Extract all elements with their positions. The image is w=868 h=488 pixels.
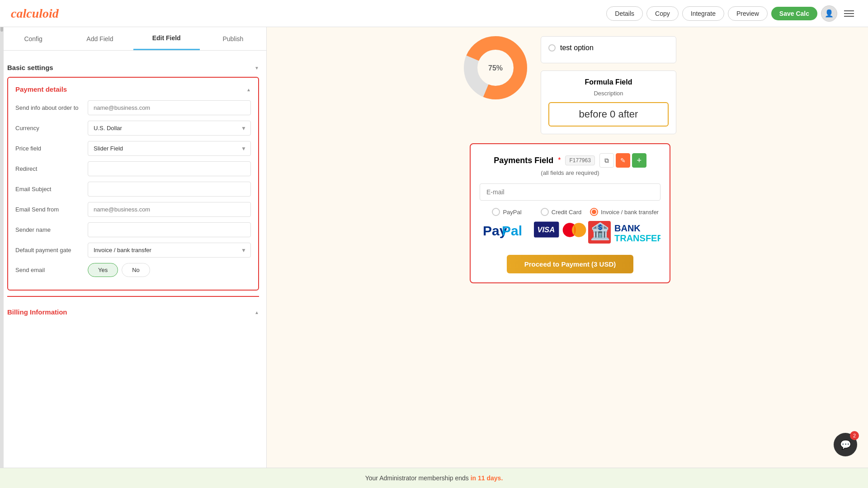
options-panel: test option	[541, 36, 676, 63]
redirect-label: Redirect	[15, 165, 88, 172]
chat-badge: 2	[850, 431, 859, 440]
visa-mastercard-logo: VISA	[534, 219, 588, 241]
currency-row: Currency U.S. Dollar ▼	[15, 121, 251, 136]
bank-transfer-logo: 🏦 BANK TRANSFER	[588, 219, 660, 246]
top-area: 75% test option Formula Field	[464, 36, 676, 134]
payments-email-input[interactable]	[480, 183, 660, 201]
formula-field-description: Description	[548, 90, 669, 97]
credit-card-label: Credit Card	[552, 209, 581, 216]
svg-text:BANK: BANK	[614, 223, 641, 233]
currency-select[interactable]: U.S. Dollar	[88, 121, 251, 136]
payments-card-header: Payments Field * F177963 ⧉ ✎ +	[480, 153, 660, 168]
sender-name-row: Sender name test	[15, 222, 251, 237]
main-layout: Config Add Field Edit Field Publish Basi…	[0, 27, 868, 488]
email-send-from-input[interactable]	[88, 202, 251, 217]
test-option-label: test option	[560, 44, 594, 52]
right-panel: 75% test option Formula Field	[267, 27, 868, 488]
price-field-row: Price field Slider Field ▼	[15, 141, 251, 156]
currency-label: Currency	[15, 125, 88, 131]
paypal-radio[interactable]	[492, 208, 500, 216]
email-send-from-row: Email Send from	[15, 202, 251, 217]
svg-text:TRANSFER: TRANSFER	[614, 233, 660, 243]
default-payment-label: Default payment gate	[15, 247, 88, 253]
payment-details-header[interactable]: Payment details	[15, 85, 251, 93]
credit-card-radio-row[interactable]: Credit Card	[541, 208, 581, 216]
billing-section: Billing Information	[7, 296, 259, 321]
required-star: *	[558, 156, 561, 164]
preview-button[interactable]: Preview	[728, 6, 768, 21]
all-required-text: (all fields are required)	[480, 169, 660, 176]
send-email-label: Send email	[15, 267, 88, 273]
payments-field-card: Payments Field * F177963 ⧉ ✎ + (all fiel…	[470, 143, 670, 283]
formula-field-title: Formula Field	[548, 78, 669, 86]
basic-settings-header[interactable]: Basic settings	[7, 58, 259, 77]
top-nav: calculoid Details Copy Integrate Preview…	[0, 0, 868, 27]
left-content: Basic settings Payment details Send info…	[0, 51, 266, 488]
basic-settings-title: Basic settings	[7, 64, 53, 71]
send-info-input[interactable]	[88, 100, 251, 115]
tab-bar: Config Add Field Edit Field Publish	[0, 27, 266, 51]
yes-button[interactable]: Yes	[88, 263, 118, 277]
price-field-select[interactable]: Slider Field	[88, 141, 251, 156]
currency-select-wrapper: U.S. Dollar ▼	[88, 121, 251, 136]
svg-text:VISA: VISA	[537, 225, 555, 234]
bank-transfer-radio-fill	[592, 210, 596, 214]
tab-add-field[interactable]: Add Field	[66, 27, 133, 50]
credit-card-radio[interactable]	[541, 208, 549, 216]
tab-edit-field[interactable]: Edit Field	[133, 27, 200, 50]
email-subject-input[interactable]: Payment	[88, 182, 251, 197]
scrollbar[interactable]	[0, 0, 4, 488]
price-field-select-wrapper: Slider Field ▼	[88, 141, 251, 156]
test-option-radio[interactable]	[548, 44, 556, 52]
redirect-input[interactable]: http://app-dev2.calculoid.com/#/calculat…	[88, 161, 251, 176]
payment-details-card: Payment details Send info about order to…	[7, 77, 259, 291]
chat-icon: 💬	[840, 439, 851, 450]
add-field-button[interactable]: +	[632, 153, 646, 168]
svg-point-7	[572, 223, 586, 237]
yes-no-group: Yes No	[88, 263, 150, 277]
default-payment-row: Default payment gate Invoice / bank tran…	[15, 243, 251, 258]
edit-field-button[interactable]: ✎	[616, 153, 630, 168]
copy-button[interactable]: Copy	[646, 6, 679, 21]
details-button[interactable]: Details	[606, 6, 643, 21]
formula-section: Formula Field Description before 0 after	[541, 70, 676, 134]
copy-field-button[interactable]: ⧉	[599, 153, 614, 168]
price-field-label: Price field	[15, 145, 88, 152]
left-panel: Config Add Field Edit Field Publish Basi…	[0, 27, 267, 488]
send-info-row: Send info about order to	[15, 100, 251, 115]
billing-section-header[interactable]: Billing Information	[7, 302, 259, 321]
no-button[interactable]: No	[122, 263, 150, 277]
tab-config[interactable]: Config	[0, 27, 66, 50]
default-payment-select[interactable]: Invoice / bank transfer	[88, 243, 251, 258]
bank-transfer-radio-row[interactable]: Invoice / bank transfer	[590, 208, 659, 216]
payment-details-title: Payment details	[15, 85, 67, 93]
basic-settings-chevron-down-icon	[255, 63, 259, 71]
bank-transfer-option: Invoice / bank transfer 🏦 BANK TRANSFER	[588, 208, 660, 246]
credit-card-option: Credit Card VISA	[534, 208, 588, 241]
integrate-button[interactable]: Integrate	[682, 6, 724, 21]
nav-actions: Details Copy Integrate Preview Save Calc…	[606, 5, 857, 22]
send-email-row: Send email Yes No	[15, 263, 251, 277]
hamburger-menu[interactable]	[841, 5, 857, 22]
paypal-label: PayPal	[503, 209, 521, 216]
avatar[interactable]: 👤	[821, 5, 837, 22]
proceed-to-payment-button[interactable]: Proceed to Payment (3 USD)	[507, 255, 633, 273]
email-subject-row: Email Subject Payment	[15, 182, 251, 197]
bank-transfer-radio[interactable]	[590, 208, 598, 216]
svg-text:Pal: Pal	[502, 223, 522, 238]
payments-field-title: Payments Field	[494, 156, 553, 165]
tab-publish[interactable]: Publish	[200, 27, 266, 50]
right-main-content: 75% test option Formula Field	[272, 27, 868, 292]
sender-name-label: Sender name	[15, 226, 88, 233]
sender-name-input[interactable]: test	[88, 222, 251, 237]
send-info-label: Send info about order to	[15, 104, 88, 111]
chat-bubble[interactable]: 💬 2	[834, 433, 857, 456]
notification-bar: Your Administrator membership ends in 11…	[0, 468, 868, 488]
paypal-radio-row[interactable]: PayPal	[492, 208, 521, 216]
payment-options: PayPal Pay Pal	[480, 208, 660, 246]
save-calc-button[interactable]: Save Calc	[771, 7, 817, 20]
email-input-wrapper	[480, 183, 660, 201]
notification-highlight: in 11 days.	[471, 474, 503, 482]
redirect-row: Redirect http://app-dev2.calculoid.com/#…	[15, 161, 251, 176]
field-actions: ⧉ ✎ +	[599, 153, 646, 168]
